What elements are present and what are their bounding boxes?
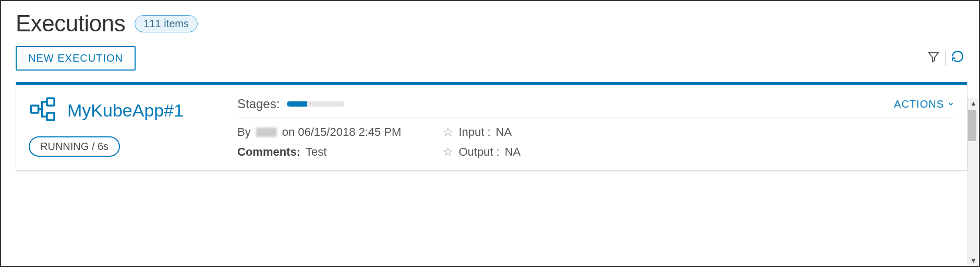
new-execution-button[interactable]: NEW EXECUTION	[16, 46, 136, 71]
stages-progress-fill	[287, 101, 307, 107]
chevron-down-icon	[947, 98, 954, 110]
execution-name-row: MyKubeApp#1	[29, 95, 216, 126]
card-left: MyKubeApp#1 RUNNING / 6s	[29, 95, 216, 159]
scroll-down-icon[interactable]: ▼	[970, 255, 977, 266]
output-label: Output :	[458, 145, 499, 159]
executions-list: MyKubeApp#1 RUNNING / 6s Stages: ACTIONS	[1, 80, 979, 248]
input-label: Input :	[458, 125, 490, 139]
by-suffix: on 06/15/2018 2:45 PM	[282, 125, 402, 139]
page-header: Executions 111 items	[1, 1, 979, 42]
stages-label: Stages:	[237, 97, 280, 111]
refresh-icon[interactable]	[951, 50, 964, 67]
comments-label: Comments:	[237, 145, 300, 159]
actions-dropdown[interactable]: ACTIONS	[894, 98, 954, 110]
meta-col-right: ☆ Input : NA ☆ Output : NA	[443, 125, 521, 159]
comments-line: Comments: Test	[237, 145, 401, 159]
star-icon[interactable]: ☆	[443, 125, 453, 139]
scrollbar[interactable]: ▲ ▼	[967, 98, 979, 266]
status-badge: RUNNING / 6s	[29, 136, 120, 157]
input-value: NA	[496, 125, 512, 139]
svg-rect-0	[31, 106, 39, 113]
execution-card: MyKubeApp#1 RUNNING / 6s Stages: ACTIONS	[16, 82, 967, 171]
execution-name-link[interactable]: MyKubeApp#1	[67, 100, 184, 121]
svg-rect-2	[47, 113, 54, 120]
by-prefix: By	[237, 125, 251, 139]
stages-left: Stages:	[237, 97, 344, 111]
toolbar-icons	[927, 50, 964, 67]
meta-col-left: By on 06/15/2018 2:45 PM Comments: Test	[237, 125, 401, 159]
output-value: NA	[505, 145, 521, 159]
pipeline-icon	[29, 95, 58, 126]
card-right: Stages: ACTIONS	[237, 95, 954, 159]
meta-grid: By on 06/15/2018 2:45 PM Comments: Test …	[237, 125, 954, 159]
output-line: ☆ Output : NA	[443, 145, 521, 159]
item-count-badge: 111 items	[135, 15, 198, 32]
star-icon[interactable]: ☆	[443, 145, 453, 159]
page-title: Executions	[16, 10, 125, 37]
input-line: ☆ Input : NA	[443, 125, 521, 139]
stages-progress	[287, 101, 344, 107]
executions-page: Executions 111 items NEW EXECUTION	[1, 1, 979, 266]
stages-row: Stages: ACTIONS	[237, 97, 954, 118]
actions-label: ACTIONS	[894, 98, 944, 110]
toolbar-divider	[945, 51, 946, 66]
filter-icon[interactable]	[927, 51, 940, 66]
scroll-up-icon[interactable]: ▲	[970, 98, 977, 109]
comments-value: Test	[306, 145, 326, 159]
by-user-redacted	[256, 127, 277, 137]
scroll-thumb[interactable]	[968, 110, 976, 141]
toolbar: NEW EXECUTION	[1, 42, 979, 80]
by-line: By on 06/15/2018 2:45 PM	[237, 125, 401, 139]
svg-rect-1	[47, 98, 54, 106]
